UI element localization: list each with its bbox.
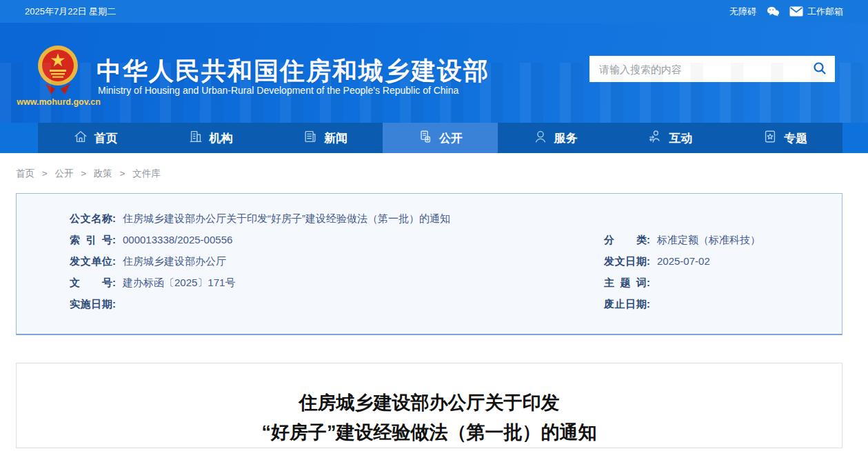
work-mailbox-link[interactable]: 工作邮箱 — [807, 6, 843, 18]
breadcrumb-policy[interactable]: 政策 — [94, 168, 112, 179]
article-content-box: 住房城乡建设部办公厅关于印发 “好房子”建设经验做法（第一批）的通知 — [16, 363, 842, 448]
nav-item-news[interactable]: 新闻 — [268, 123, 383, 153]
document-metadata-box: 公文名称:住房城乡建设部办公厅关于印发“好房子”建设经验做法（第一批）的通知 索… — [16, 193, 842, 335]
field-label: 分类 — [604, 233, 647, 246]
nav-item-interaction[interactable]: 互动 — [613, 123, 728, 153]
nav-item-label: 互动 — [669, 130, 692, 146]
wechat-icon[interactable] — [766, 6, 780, 17]
breadcrumb-home[interactable]: 首页 — [16, 168, 34, 179]
site-title-english: Ministry of Housing and Urban-Rural Deve… — [98, 85, 458, 96]
home-icon — [73, 129, 88, 148]
breadcrumb-separator: > — [120, 168, 125, 179]
national-emblem-logo — [36, 45, 80, 97]
breadcrumb: 首页 > 公开 > 政策 > 文件库 — [16, 168, 842, 180]
field-document-number: 文号:建办标函〔2025〕171号 — [70, 276, 604, 289]
current-date: 2025年7月22日 星期二 — [25, 6, 116, 18]
star-badge-icon — [763, 129, 778, 148]
documents-icon — [418, 129, 433, 148]
main-navigation-row: 首页 机构 新闻 公开 服务 — [0, 123, 868, 153]
field-label: 发文单位 — [70, 254, 112, 268]
nav-item-topics[interactable]: 专题 — [727, 123, 842, 153]
article-title: 住房城乡建设部办公厅关于印发 “好房子”建设经验做法（第一批）的通知 — [17, 388, 842, 448]
nav-item-disclosure[interactable]: 公开 — [383, 123, 498, 153]
nav-item-label: 机构 — [210, 130, 233, 146]
field-value: 住房城乡建设部办公厅关于印发“好房子”建设经验做法（第一批）的通知 — [123, 212, 450, 224]
field-repeal-date: 废止日期: — [604, 297, 842, 310]
article-title-line2: “好房子”建设经验做法（第一批）的通知 — [17, 418, 842, 448]
breadcrumb-disclosure[interactable]: 公开 — [54, 168, 73, 179]
field-issuing-unit: 发文单位:住房城乡建设部办公厅 — [70, 254, 604, 268]
field-issue-date: 发文日期:2025-07-02 — [604, 254, 842, 268]
nav-item-organization[interactable]: 机构 — [153, 123, 268, 153]
nav-item-label: 新闻 — [324, 130, 347, 146]
field-label: 文号 — [70, 276, 112, 289]
search-box — [589, 56, 835, 82]
field-subject-words: 主题词: — [604, 276, 842, 289]
building-icon — [188, 129, 203, 148]
person-service-icon — [533, 129, 548, 148]
nav-item-label: 服务 — [554, 130, 578, 146]
field-document-name: 公文名称:住房城乡建设部办公厅关于印发“好房子”建设经验做法（第一批）的通知 — [70, 212, 842, 225]
field-label: 公文名称 — [70, 212, 112, 225]
field-label: 发文日期 — [604, 254, 647, 268]
site-title-chinese: 中华人民共和国住房和城乡建设部 — [97, 54, 489, 88]
search-icon — [812, 61, 827, 78]
search-button[interactable] — [805, 56, 835, 82]
field-value: 000013338/2025-00556 — [123, 234, 232, 245]
article-title-line1: 住房城乡建设部办公厅关于印发 — [17, 388, 842, 418]
field-label: 实施日期 — [70, 297, 112, 310]
nav-item-label: 专题 — [784, 130, 807, 146]
breadcrumb-separator: > — [42, 168, 48, 179]
field-value: 建办标函〔2025〕171号 — [123, 277, 235, 288]
breadcrumb-separator: > — [81, 168, 86, 179]
main-navigation: 首页 机构 新闻 公开 服务 — [38, 123, 842, 153]
nav-item-services[interactable]: 服务 — [498, 123, 613, 153]
site-header-banner: www.mohurd.gov.cn 中华人民共和国住房和城乡建设部 Minist… — [0, 23, 868, 123]
nav-item-label: 公开 — [439, 130, 463, 146]
nav-item-home[interactable]: 首页 — [38, 123, 153, 153]
top-utility-bar: 2025年7月22日 星期二 无障碍 工作邮箱 — [0, 0, 868, 23]
field-category: 分类:标准定额（标准科技） — [604, 233, 842, 246]
field-label: 废止日期 — [604, 297, 647, 310]
field-label: 索引号 — [70, 233, 112, 246]
search-input[interactable] — [589, 56, 805, 82]
mail-icon — [789, 6, 803, 17]
person-arrows-icon — [647, 129, 663, 148]
field-label: 主题词 — [604, 276, 647, 289]
accessibility-link[interactable]: 无障碍 — [729, 6, 756, 18]
site-url: www.mohurd.gov.cn — [7, 97, 110, 107]
field-value: 2025-07-02 — [657, 255, 710, 267]
field-implement-date: 实施日期: — [70, 297, 604, 310]
field-value: 标准定额（标准科技） — [657, 234, 760, 245]
page-main: 首页 > 公开 > 政策 > 文件库 公文名称:住房城乡建设部办公厅关于印发“好… — [0, 168, 868, 448]
newspaper-icon — [303, 129, 318, 148]
field-value: 住房城乡建设部办公厅 — [123, 255, 226, 267]
field-index-number: 索引号:000013338/2025-00556 — [70, 233, 604, 246]
breadcrumb-current: 文件库 — [132, 168, 161, 179]
nav-item-label: 首页 — [94, 130, 118, 146]
